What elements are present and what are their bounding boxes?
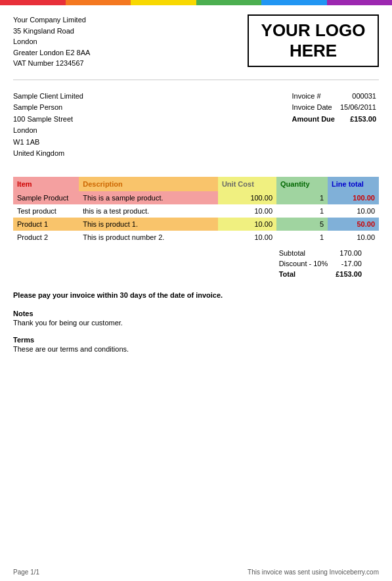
footer-page: Page 1/1	[13, 569, 39, 576]
rainbow-bottom-bar	[0, 576, 392, 581]
client-street: 100 Sample Street	[13, 114, 83, 126]
client-contact: Sample Person	[13, 102, 83, 114]
footer: Page 1/1 This invoice was sent using Inv…	[0, 569, 392, 576]
invoice-date-value: 15/06/2011	[338, 102, 379, 114]
items-table: Item Description Unit Cost Quantity Line…	[13, 177, 379, 244]
table-row: Product 2This is product number 2.10.001…	[13, 231, 379, 244]
company-info: Your Company Limited 35 Kingsland Road L…	[13, 14, 90, 69]
invoice-details: Invoice # 000031 Invoice Date 15/06/2011…	[290, 91, 379, 160]
payment-notice: Please pay your invoice within 30 days o…	[13, 291, 379, 299]
invoice-details-table: Invoice # 000031 Invoice Date 15/06/2011…	[290, 91, 379, 126]
invoice-date-label: Invoice Date	[290, 102, 338, 114]
total-value: £153.00	[332, 269, 366, 279]
table-row: Product 1This is product 1.10.00550.00	[13, 218, 379, 231]
rainbow-top-bar	[0, 0, 392, 5]
subtotal-value: 170.00	[332, 248, 366, 258]
terms-section: Terms These are our terms and conditions…	[13, 336, 379, 353]
notes-content: Thank you for being our customer.	[13, 319, 379, 327]
totals-section: Subtotal 170.00 Discount - 10% -17.00 To…	[0, 248, 379, 279]
header-section: Your Company Limited 35 Kingsland Road L…	[0, 5, 392, 76]
th-quantity: Quantity	[276, 177, 328, 191]
table-row: Test productthis is a test product.10.00…	[13, 204, 379, 218]
notes-section: Notes Thank you for being our customer.	[13, 310, 379, 327]
company-vat: VAT Number 1234567	[13, 58, 90, 69]
discount-label: Discount - 10%	[275, 258, 332, 269]
amount-due-value: £153.00	[338, 114, 379, 126]
client-name: Sample Client Limited	[13, 91, 83, 103]
invoice-number-label: Invoice #	[290, 91, 338, 103]
totals-table: Subtotal 170.00 Discount - 10% -17.00 To…	[275, 248, 366, 279]
table-row: Sample ProductThis is a sample product.1…	[13, 191, 379, 204]
header-divider	[13, 80, 379, 80]
terms-content: These are our terms and conditions.	[13, 345, 379, 353]
notes-title: Notes	[13, 310, 379, 317]
total-label: Total	[275, 269, 332, 279]
logo-text: YOUR LOGO HERE	[249, 20, 378, 61]
subtotal-label: Subtotal	[275, 248, 332, 258]
logo-box: YOUR LOGO HERE	[248, 14, 379, 67]
client-country: United Kingdom	[13, 148, 83, 160]
billing-invoice-section: Sample Client Limited Sample Person 100 …	[0, 84, 392, 167]
th-line-total: Line total	[328, 177, 379, 191]
client-postcode: W1 1AB	[13, 137, 83, 149]
th-unit-cost: Unit Cost	[218, 177, 276, 191]
company-region: Greater London E2 8AA	[13, 47, 90, 58]
footer-branding: This invoice was sent using Invoiceberry…	[248, 569, 379, 576]
amount-due-label: Amount Due	[290, 114, 338, 126]
terms-title: Terms	[13, 336, 379, 344]
billing-address: Sample Client Limited Sample Person 100 …	[13, 91, 83, 160]
th-item: Item	[13, 177, 79, 191]
company-name: Your Company Limited	[13, 14, 90, 26]
client-city: London	[13, 125, 83, 137]
discount-value: -17.00	[332, 258, 366, 269]
company-city: London	[13, 36, 90, 47]
company-address1: 35 Kingsland Road	[13, 26, 90, 37]
th-description: Description	[79, 177, 218, 191]
invoice-number-value: 000031	[338, 91, 379, 103]
